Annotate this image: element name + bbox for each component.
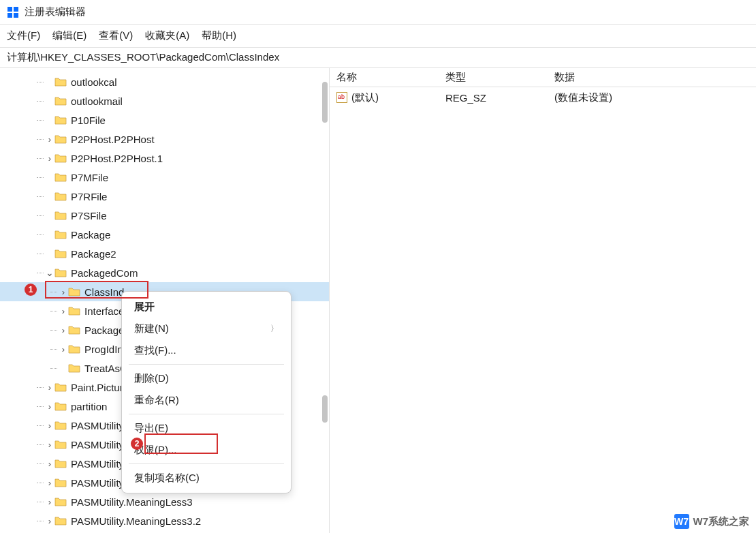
tree-item-label: PackagedCom	[71, 267, 138, 279]
folder-icon	[54, 478, 67, 487]
folder-icon	[54, 115, 67, 125]
folder-icon	[54, 459, 67, 468]
folder-icon	[54, 96, 67, 106]
menu-file[interactable]: 文件(F)	[7, 29, 40, 42]
folder-icon	[54, 192, 67, 201]
chevron-right-icon[interactable]: ›	[59, 344, 68, 354]
chevron-right-icon[interactable]: ›	[45, 153, 54, 164]
cm-rename[interactable]: 重命名(R)	[122, 389, 291, 411]
chevron-right-icon[interactable]: ›	[45, 440, 54, 450]
cm-expand[interactable]: 展开	[122, 296, 291, 318]
folder-icon	[54, 249, 67, 258]
svg-rect-3	[14, 13, 18, 18]
folder-icon	[54, 421, 67, 430]
chevron-right-icon[interactable]: ›	[59, 325, 68, 335]
chevron-right-icon[interactable]: ›	[45, 516, 54, 526]
tree-item-label: PASMUtility	[71, 477, 124, 489]
tree-item-p2phost-p2phost-1[interactable]: ›P2PHost.P2PHost.1	[0, 149, 329, 168]
tree-item-label: PASMUtility.MeaningLess3	[71, 496, 193, 508]
tree-scrollbar-thumb-bottom[interactable]	[322, 395, 328, 423]
tree-item-p10file[interactable]: P10File	[0, 110, 329, 130]
context-menu: 展开 新建(N)〉 查找(F)... 删除(D) 重命名(R) 导出(E) 权限…	[121, 291, 292, 493]
cm-new[interactable]: 新建(N)〉	[122, 318, 291, 339]
folder-icon	[54, 401, 67, 411]
tree-item-label: partition	[71, 401, 107, 412]
menu-favorites[interactable]: 收藏夹(A)	[145, 29, 189, 42]
value-type: REG_SZ	[439, 92, 548, 104]
value-name: (默认)	[351, 91, 379, 104]
tree-item-label: Paint.Pictur	[71, 382, 123, 393]
chevron-right-icon[interactable]: ›	[59, 306, 68, 316]
chevron-right-icon[interactable]: ›	[45, 459, 54, 469]
folder-icon	[54, 382, 67, 392]
tree-item-pasmutility-meaningless3-2[interactable]: ›PASMUtility.MeaningLess3.2	[0, 511, 329, 530]
menu-view[interactable]: 查看(V)	[99, 29, 133, 42]
folder-icon	[54, 211, 67, 220]
svg-rect-2	[7, 13, 12, 18]
header-name[interactable]: 名称	[330, 71, 439, 84]
tree-item-label: P7SFile	[71, 210, 107, 222]
cm-delete[interactable]: 删除(D)	[122, 367, 291, 389]
cm-separator	[129, 414, 284, 414]
chevron-down-icon[interactable]: ⌄	[45, 267, 54, 278]
menu-bar: 文件(F) 编辑(E) 查看(V) 收藏夹(A) 帮助(H)	[0, 25, 756, 48]
cm-find[interactable]: 查找(F)...	[122, 339, 291, 361]
tree-item-p7mfile[interactable]: P7MFile	[0, 168, 329, 187]
tree-item-packagedcom[interactable]: ⌄PackagedCom	[0, 263, 329, 282]
main-area: outlookcaloutlookmailP10File›P2PHost.P2P…	[0, 68, 756, 533]
list-header: 名称 类型 数据	[330, 68, 756, 87]
watermark-text: W7系统之家	[693, 515, 750, 528]
tree-item-outlookcal[interactable]: outlookcal	[0, 72, 329, 91]
address-bar[interactable]: 计算机\HKEY_CLASSES_ROOT\PackagedCom\ClassI…	[0, 48, 756, 68]
cm-export[interactable]: 导出(E)	[122, 417, 291, 439]
folder-icon	[54, 497, 67, 506]
tree-item-label: PASMUtility	[71, 458, 124, 470]
chevron-right-icon[interactable]: ›	[59, 287, 68, 297]
watermark: W7 W7系统之家	[674, 514, 750, 529]
tree-item-label: Interface	[84, 305, 124, 317]
chevron-right-icon[interactable]: ›	[45, 134, 54, 144]
header-type[interactable]: 类型	[439, 71, 548, 84]
watermark-icon: W7	[674, 514, 689, 529]
chevron-right-icon: 〉	[270, 323, 279, 335]
tree-item-label: ClassInd	[84, 286, 124, 298]
tree-item-package[interactable]: Package	[0, 225, 329, 244]
folder-icon	[54, 172, 67, 182]
tree-item-label: Package	[71, 229, 110, 241]
tree-item-p7sfile[interactable]: P7SFile	[0, 206, 329, 225]
tree-item-pasmutility-meaningless3[interactable]: ›PASMUtility.MeaningLess3	[0, 492, 329, 511]
chevron-right-icon[interactable]: ›	[45, 382, 54, 393]
chevron-right-icon[interactable]: ›	[45, 478, 54, 488]
svg-rect-1	[14, 7, 18, 12]
tree-item-p2phost-p2phost[interactable]: ›P2PHost.P2PHost	[0, 130, 329, 149]
tree-item-label: outlookcal	[71, 76, 117, 88]
header-data[interactable]: 数据	[548, 71, 756, 84]
folder-icon	[54, 77, 67, 87]
tree-item-label: P10File	[71, 115, 106, 126]
address-text: 计算机\HKEY_CLASSES_ROOT\PackagedCom\ClassI…	[7, 51, 279, 64]
window-title: 注册表编辑器	[25, 5, 86, 18]
menu-edit[interactable]: 编辑(E)	[52, 29, 86, 42]
cm-separator	[129, 463, 284, 464]
tree-item-p7rfile[interactable]: P7RFile	[0, 187, 329, 206]
list-row[interactable]: (默认) REG_SZ (数值未设置)	[330, 87, 756, 108]
menu-help[interactable]: 帮助(H)	[202, 29, 236, 42]
tree-item-outlookmail[interactable]: outlookmail	[0, 91, 329, 110]
chevron-right-icon[interactable]: ›	[45, 421, 54, 431]
chevron-right-icon[interactable]: ›	[45, 497, 54, 507]
folder-icon	[68, 287, 80, 296]
cm-copy-key-name[interactable]: 复制项名称(C)	[122, 467, 291, 489]
tree-item-package2[interactable]: Package2	[0, 244, 329, 263]
tree-item-label: PASMUtility.MeaningLess3.2	[71, 515, 201, 527]
tree-item-label: P7RFile	[71, 191, 107, 202]
svg-rect-0	[7, 7, 12, 12]
cm-permissions[interactable]: 权限(P)...	[122, 439, 291, 461]
folder-icon	[54, 153, 67, 163]
regedit-app-icon	[7, 6, 19, 18]
tree-item-label: PASMUtility	[71, 420, 124, 431]
tree-scrollbar-thumb-top[interactable]	[322, 82, 328, 123]
folder-icon	[54, 268, 67, 277]
chevron-right-icon[interactable]: ›	[45, 401, 54, 412]
value-data: (数值未设置)	[548, 91, 756, 104]
folder-icon	[54, 230, 67, 239]
